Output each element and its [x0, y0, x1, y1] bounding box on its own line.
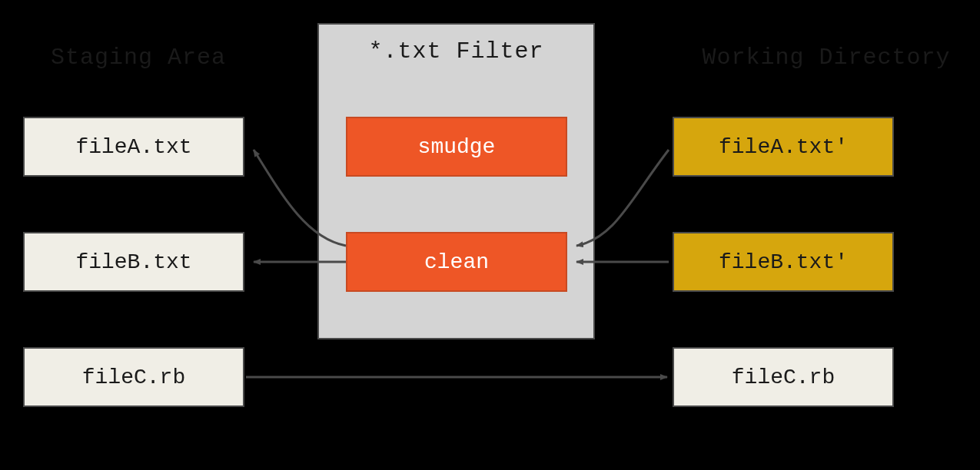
clean-label: clean — [424, 250, 489, 274]
clean-filter-box: clean — [346, 232, 567, 292]
working-file-c: fileC.rb — [673, 347, 894, 407]
staging-file-a-label: fileA.txt — [75, 135, 191, 159]
staging-file-b-label: fileB.txt — [75, 250, 191, 274]
working-file-b: fileB.txt' — [673, 232, 894, 292]
working-directory-heading: Working Directory — [673, 45, 980, 71]
staging-area-heading: Staging Area — [23, 45, 254, 71]
staging-file-c-label: fileC.rb — [82, 366, 185, 389]
staging-file-b: fileB.txt — [23, 232, 244, 292]
smudge-filter-box: smudge — [346, 117, 567, 177]
smudge-label: smudge — [418, 135, 496, 159]
filter-container: *.txt Filter — [317, 23, 595, 339]
working-file-a: fileA.txt' — [673, 117, 894, 177]
working-file-c-label: fileC.rb — [732, 366, 835, 389]
working-file-a-label: fileA.txt' — [719, 135, 848, 159]
staging-file-a: fileA.txt — [23, 117, 244, 177]
working-file-b-label: fileB.txt' — [719, 250, 848, 274]
filter-heading: *.txt Filter — [319, 38, 593, 65]
staging-file-c: fileC.rb — [23, 347, 244, 407]
